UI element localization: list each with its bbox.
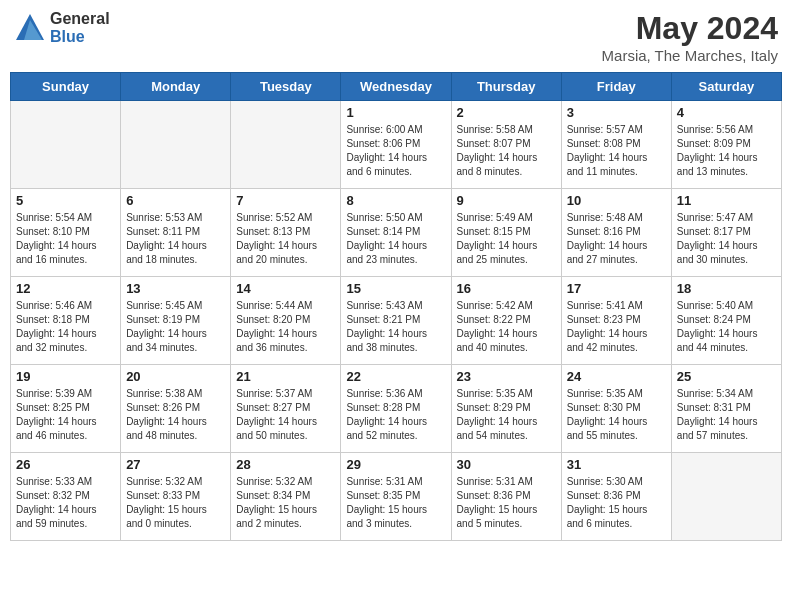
day-cell: 11Sunrise: 5:47 AMSunset: 8:17 PMDayligh… [671,189,781,277]
day-number: 10 [567,193,666,208]
day-info: Sunrise: 5:32 AMSunset: 8:33 PMDaylight:… [126,475,225,531]
day-cell [121,101,231,189]
day-cell: 23Sunrise: 5:35 AMSunset: 8:29 PMDayligh… [451,365,561,453]
day-info: Sunrise: 5:31 AMSunset: 8:36 PMDaylight:… [457,475,556,531]
day-info: Sunrise: 5:50 AMSunset: 8:14 PMDaylight:… [346,211,445,267]
day-info: Sunrise: 5:41 AMSunset: 8:23 PMDaylight:… [567,299,666,355]
day-cell: 4Sunrise: 5:56 AMSunset: 8:09 PMDaylight… [671,101,781,189]
day-cell: 18Sunrise: 5:40 AMSunset: 8:24 PMDayligh… [671,277,781,365]
day-header-thursday: Thursday [451,73,561,101]
calendar-subtitle: Marsia, The Marches, Italy [602,47,778,64]
day-number: 30 [457,457,556,472]
day-number: 20 [126,369,225,384]
day-info: Sunrise: 5:46 AMSunset: 8:18 PMDaylight:… [16,299,115,355]
day-info: Sunrise: 5:30 AMSunset: 8:36 PMDaylight:… [567,475,666,531]
day-cell: 28Sunrise: 5:32 AMSunset: 8:34 PMDayligh… [231,453,341,541]
day-cell: 9Sunrise: 5:49 AMSunset: 8:15 PMDaylight… [451,189,561,277]
page-header: General Blue May 2024 Marsia, The Marche… [10,10,782,64]
day-info: Sunrise: 6:00 AMSunset: 8:06 PMDaylight:… [346,123,445,179]
header-row: SundayMondayTuesdayWednesdayThursdayFrid… [11,73,782,101]
day-number: 3 [567,105,666,120]
day-number: 11 [677,193,776,208]
day-cell: 30Sunrise: 5:31 AMSunset: 8:36 PMDayligh… [451,453,561,541]
day-cell: 16Sunrise: 5:42 AMSunset: 8:22 PMDayligh… [451,277,561,365]
day-cell: 8Sunrise: 5:50 AMSunset: 8:14 PMDaylight… [341,189,451,277]
day-cell: 27Sunrise: 5:32 AMSunset: 8:33 PMDayligh… [121,453,231,541]
day-number: 17 [567,281,666,296]
day-number: 29 [346,457,445,472]
day-info: Sunrise: 5:34 AMSunset: 8:31 PMDaylight:… [677,387,776,443]
day-header-saturday: Saturday [671,73,781,101]
logo: General Blue [14,10,110,45]
day-cell: 21Sunrise: 5:37 AMSunset: 8:27 PMDayligh… [231,365,341,453]
day-info: Sunrise: 5:35 AMSunset: 8:30 PMDaylight:… [567,387,666,443]
calendar-title: May 2024 [602,10,778,47]
day-number: 31 [567,457,666,472]
day-cell: 6Sunrise: 5:53 AMSunset: 8:11 PMDaylight… [121,189,231,277]
day-header-tuesday: Tuesday [231,73,341,101]
day-info: Sunrise: 5:49 AMSunset: 8:15 PMDaylight:… [457,211,556,267]
day-number: 9 [457,193,556,208]
day-number: 6 [126,193,225,208]
day-info: Sunrise: 5:43 AMSunset: 8:21 PMDaylight:… [346,299,445,355]
day-info: Sunrise: 5:57 AMSunset: 8:08 PMDaylight:… [567,123,666,179]
day-number: 15 [346,281,445,296]
day-number: 12 [16,281,115,296]
day-header-monday: Monday [121,73,231,101]
day-cell: 13Sunrise: 5:45 AMSunset: 8:19 PMDayligh… [121,277,231,365]
day-cell: 12Sunrise: 5:46 AMSunset: 8:18 PMDayligh… [11,277,121,365]
day-header-sunday: Sunday [11,73,121,101]
day-cell: 2Sunrise: 5:58 AMSunset: 8:07 PMDaylight… [451,101,561,189]
day-header-wednesday: Wednesday [341,73,451,101]
day-number: 1 [346,105,445,120]
day-cell [11,101,121,189]
day-number: 8 [346,193,445,208]
day-info: Sunrise: 5:37 AMSunset: 8:27 PMDaylight:… [236,387,335,443]
day-number: 18 [677,281,776,296]
day-header-friday: Friday [561,73,671,101]
title-section: May 2024 Marsia, The Marches, Italy [602,10,778,64]
day-info: Sunrise: 5:40 AMSunset: 8:24 PMDaylight:… [677,299,776,355]
day-number: 28 [236,457,335,472]
day-number: 24 [567,369,666,384]
day-cell: 7Sunrise: 5:52 AMSunset: 8:13 PMDaylight… [231,189,341,277]
day-info: Sunrise: 5:32 AMSunset: 8:34 PMDaylight:… [236,475,335,531]
day-number: 23 [457,369,556,384]
day-cell: 25Sunrise: 5:34 AMSunset: 8:31 PMDayligh… [671,365,781,453]
day-number: 14 [236,281,335,296]
day-info: Sunrise: 5:44 AMSunset: 8:20 PMDaylight:… [236,299,335,355]
day-number: 16 [457,281,556,296]
day-number: 25 [677,369,776,384]
day-info: Sunrise: 5:56 AMSunset: 8:09 PMDaylight:… [677,123,776,179]
day-cell: 3Sunrise: 5:57 AMSunset: 8:08 PMDaylight… [561,101,671,189]
day-cell [231,101,341,189]
day-number: 4 [677,105,776,120]
day-cell [671,453,781,541]
day-info: Sunrise: 5:35 AMSunset: 8:29 PMDaylight:… [457,387,556,443]
day-info: Sunrise: 5:42 AMSunset: 8:22 PMDaylight:… [457,299,556,355]
day-info: Sunrise: 5:36 AMSunset: 8:28 PMDaylight:… [346,387,445,443]
day-cell: 15Sunrise: 5:43 AMSunset: 8:21 PMDayligh… [341,277,451,365]
week-row-3: 12Sunrise: 5:46 AMSunset: 8:18 PMDayligh… [11,277,782,365]
week-row-5: 26Sunrise: 5:33 AMSunset: 8:32 PMDayligh… [11,453,782,541]
day-cell: 19Sunrise: 5:39 AMSunset: 8:25 PMDayligh… [11,365,121,453]
day-cell: 24Sunrise: 5:35 AMSunset: 8:30 PMDayligh… [561,365,671,453]
day-info: Sunrise: 5:45 AMSunset: 8:19 PMDaylight:… [126,299,225,355]
logo-blue-text: Blue [50,28,110,46]
day-number: 19 [16,369,115,384]
day-cell: 5Sunrise: 5:54 AMSunset: 8:10 PMDaylight… [11,189,121,277]
day-info: Sunrise: 5:52 AMSunset: 8:13 PMDaylight:… [236,211,335,267]
day-cell: 17Sunrise: 5:41 AMSunset: 8:23 PMDayligh… [561,277,671,365]
day-info: Sunrise: 5:58 AMSunset: 8:07 PMDaylight:… [457,123,556,179]
logo-general-text: General [50,10,110,28]
day-info: Sunrise: 5:54 AMSunset: 8:10 PMDaylight:… [16,211,115,267]
day-cell: 1Sunrise: 6:00 AMSunset: 8:06 PMDaylight… [341,101,451,189]
day-cell: 10Sunrise: 5:48 AMSunset: 8:16 PMDayligh… [561,189,671,277]
day-info: Sunrise: 5:53 AMSunset: 8:11 PMDaylight:… [126,211,225,267]
day-number: 21 [236,369,335,384]
day-cell: 20Sunrise: 5:38 AMSunset: 8:26 PMDayligh… [121,365,231,453]
day-cell: 26Sunrise: 5:33 AMSunset: 8:32 PMDayligh… [11,453,121,541]
day-info: Sunrise: 5:47 AMSunset: 8:17 PMDaylight:… [677,211,776,267]
day-info: Sunrise: 5:33 AMSunset: 8:32 PMDaylight:… [16,475,115,531]
day-cell: 29Sunrise: 5:31 AMSunset: 8:35 PMDayligh… [341,453,451,541]
